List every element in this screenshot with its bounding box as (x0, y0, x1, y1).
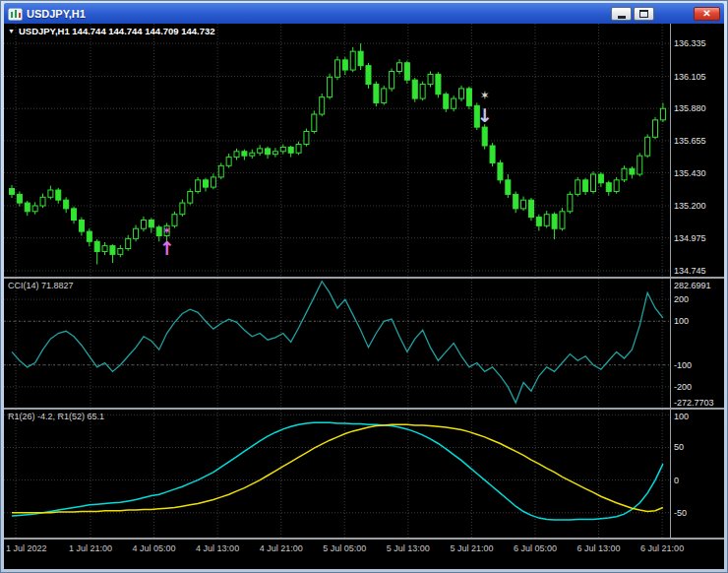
window-controls: ✕ (611, 7, 720, 21)
axis-label: 135.430 (674, 168, 706, 178)
axis-label: 135.200 (674, 201, 706, 211)
axis-label: -100 (674, 360, 692, 370)
axis-label: 135.880 (674, 103, 706, 113)
time-axis-label: 5 Jul 21:00 (450, 543, 493, 553)
r1-indicator-panel[interactable]: 100500-50 R1(26) -4.2, R1(52) 65.1 (4, 410, 724, 538)
time-axis-label: 5 Jul 13:00 (387, 543, 430, 553)
trade-markers: ✶↑✶↓ (159, 89, 493, 259)
close-icon: ✕ (702, 9, 710, 19)
time-axis-label: 4 Jul 13:00 (196, 543, 239, 553)
axis-label: -50 (674, 508, 687, 518)
time-axis-label: 5 Jul 05:00 (323, 543, 366, 553)
axis-label: 135.655 (674, 136, 706, 146)
chart-client-area: 136.335136.105135.880135.655135.430135.2… (4, 24, 724, 569)
arrow-down-marker-icon: ↓ (477, 104, 493, 126)
cci-indicator-panel[interactable]: 282.6991200100-100-200-272.7703 CCI(14) … (4, 279, 724, 408)
time-axis-label: 4 Jul 05:00 (133, 543, 176, 553)
axis-label: 200 (674, 294, 689, 304)
mt4-chart-window: USDJPY,H1 ✕ 136.335136.105135.880135.655… (0, 0, 728, 573)
star-marker-icon: ✶ (162, 224, 171, 237)
maximize-icon (639, 10, 648, 18)
time-axis-label: 6 Jul 13:00 (577, 543, 621, 553)
axis-label: 0 (674, 476, 679, 485)
time-axis-label: 1 Jul 2022 (6, 543, 47, 553)
time-axis-label: 6 Jul 21:00 (640, 543, 684, 553)
time-axis-label: 4 Jul 21:00 (260, 543, 303, 553)
minimize-icon (618, 16, 626, 19)
window-titlebar[interactable]: USDJPY,H1 ✕ (4, 3, 724, 24)
R1(52)-line (12, 424, 663, 513)
axis-label: 100 (674, 316, 689, 326)
grid (16, 279, 662, 408)
minimize-button[interactable] (611, 7, 632, 21)
axis-label: -272.7703 (674, 398, 714, 408)
time-axis-label: 6 Jul 05:00 (514, 543, 557, 553)
close-button[interactable]: ✕ (694, 7, 720, 21)
arrow-up-marker-icon: ↑ (159, 237, 175, 259)
price-gridlines (4, 43, 669, 271)
axis-label: 50 (674, 442, 684, 452)
time-axis[interactable]: 1 Jul 20221 Jul 21:004 Jul 05:004 Jul 13… (4, 540, 724, 569)
axis-label: 136.335 (674, 38, 706, 48)
axis-label: 282.6991 (674, 281, 711, 290)
axis-label: 134.745 (674, 266, 706, 276)
star-marker-icon: ✶ (480, 89, 490, 102)
chart-icon (8, 7, 23, 20)
price-chart-panel[interactable]: 136.335136.105135.880135.655135.430135.2… (4, 24, 724, 277)
maximize-button[interactable] (634, 7, 654, 21)
axis-label: 136.105 (674, 72, 706, 82)
axis-label: 100 (674, 412, 689, 421)
grid (16, 410, 662, 538)
window-title: USDJPY,H1 (27, 8, 607, 20)
axis-label: 134.975 (674, 233, 706, 243)
axis-label: -200 (674, 382, 692, 392)
time-axis-label: 1 Jul 21:00 (69, 543, 112, 553)
